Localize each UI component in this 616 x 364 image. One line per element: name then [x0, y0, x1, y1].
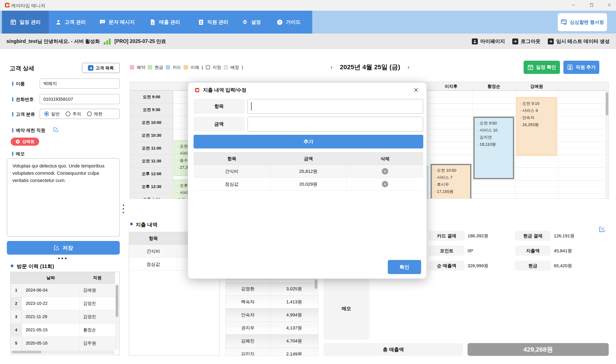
staff-name-cell: 백숙자: [226, 295, 270, 308]
staff-name-cell: 김민지: [226, 348, 270, 356]
staff-row[interactable]: 김영환3,025원: [226, 282, 318, 295]
class-radio-일반[interactable]: 일반: [44, 111, 60, 117]
browser-icon: [561, 19, 567, 26]
staff-row[interactable]: 권지우4,137원: [226, 322, 318, 335]
modal-add-button[interactable]: 추가: [193, 135, 423, 148]
visit-row-date[interactable]: 2024-06-04: [22, 284, 80, 297]
radio-icon: [66, 112, 70, 116]
staff-row[interactable]: 김혜진4,704원: [226, 335, 318, 348]
panel-resize-handle[interactable]: [123, 205, 124, 213]
class-radio-제한[interactable]: 제한: [87, 111, 102, 117]
memo-label: 메모: [12, 151, 25, 157]
customer-list-button[interactable]: ◀ 고객 목록: [82, 63, 120, 73]
name-input[interactable]: [40, 78, 120, 89]
visit-hscrollbar[interactable]: [11, 350, 115, 354]
nav-tab-5[interactable]: 직원 관리: [191, 11, 235, 34]
visit-row-date[interactable]: 2021-05-15: [22, 324, 80, 337]
visit-row-staff[interactable]: 김영진: [80, 310, 115, 324]
app-window: 케어타임 매니저 일정 관리고객 관리문자 메시지매출 관리직원 관리설정?가이…: [0, 0, 616, 364]
stat-value: 186,392원: [467, 231, 488, 241]
time-label: 오전 10:00: [130, 116, 173, 129]
employee-column-강예원[interactable]: 강예원: [515, 82, 558, 91]
stat-label-포인트: 포인트: [429, 246, 465, 256]
visit-row-date[interactable]: 2021-11-28: [22, 310, 80, 324]
legend-label: 배정: [231, 65, 239, 70]
visit-vscrollbar-thumb[interactable]: [116, 285, 118, 317]
restrict-edit-icon[interactable]: [53, 127, 59, 133]
employee-column-이지후[interactable]: 이지후: [430, 82, 472, 91]
status-link-2[interactable]: 로그아웃: [512, 38, 540, 45]
status-link-1[interactable]: 마이페이지: [472, 38, 505, 45]
minimize-button[interactable]: [571, 2, 576, 8]
visit-row-staff[interactable]: 김예원: [80, 284, 115, 297]
visit-row-staff[interactable]: 김영진: [80, 297, 115, 310]
employee-column-황정순[interactable]: 황정순: [472, 82, 515, 91]
modal-logo-icon: [195, 88, 200, 93]
phone-input[interactable]: [40, 94, 120, 104]
staff-row[interactable]: 안숙자4,994원: [226, 309, 318, 322]
visit-row-date[interactable]: 2023-10-22: [22, 297, 80, 310]
event-line: · 김지연: [477, 134, 510, 141]
nav-tab-7[interactable]: ?가이드: [270, 11, 307, 34]
stat-value: 65,420원: [554, 260, 572, 271]
time-label: 오전 9:30: [130, 104, 173, 116]
staff-row[interactable]: 김민지2,149원: [226, 348, 318, 356]
restricted-staff-chip[interactable]: 강예원: [11, 138, 39, 146]
visit-row-staff[interactable]: 황정순: [80, 324, 115, 337]
modal-close-icon[interactable]: [413, 87, 419, 93]
calendar-icon: [10, 19, 16, 26]
staff-row[interactable]: 백숙자1,413원: [226, 295, 318, 309]
stat-label-현금 결제: 현금 결제: [515, 231, 551, 241]
legend-paren-open: (: [202, 65, 203, 70]
maximize-button[interactable]: [589, 2, 594, 8]
modal-item-input[interactable]: [247, 99, 423, 114]
legend-swatch-예약: [130, 65, 134, 69]
visit-row-date[interactable]: 2020-05-16: [22, 337, 80, 350]
web-surfing-label: 심심할땐 웹서핑: [570, 19, 604, 26]
restrict-label: 예약 제한 직원: [12, 127, 45, 133]
radio-label: 주의: [72, 111, 81, 117]
nav-tab-3[interactable]: 문자 메시지: [93, 11, 141, 34]
calendar-scrollbar-thumb[interactable]: [606, 92, 608, 115]
memo-textarea[interactable]: Voluptas qui delectus quo. Unde temporib…: [7, 158, 120, 237]
customer-class-group: 일반주의제한: [40, 109, 120, 119]
event-line: · 16,293원: [520, 121, 553, 128]
modal-amount-input[interactable]: [247, 117, 423, 131]
summary-edit-icon[interactable]: [599, 226, 605, 234]
delete-row-button[interactable]: ✕: [382, 181, 388, 187]
stat-value: 45,841원: [554, 246, 572, 256]
nav-tab-label: 직원 관리: [207, 19, 228, 26]
status-link-3[interactable]: 임시 테스트 데이터 생성: [548, 38, 610, 45]
panel-more-dots[interactable]: [58, 258, 67, 259]
legend-swatch-지정: [206, 65, 210, 69]
customer-detail-title: 고객 상세: [10, 65, 34, 72]
legend-label: 이체: [191, 65, 199, 70]
next-day-button[interactable]: ›: [408, 64, 409, 70]
class-radio-주의[interactable]: 주의: [66, 111, 81, 117]
stat-value: 126,191원: [554, 231, 575, 241]
remove-icon[interactable]: [15, 139, 20, 144]
nav-tab-label: 고객 관리: [65, 19, 85, 26]
visit-vscrollbar[interactable]: [115, 284, 119, 350]
schedule-check-button[interactable]: 일정 확인: [524, 61, 560, 74]
event-line: · 서비스 9: [520, 107, 553, 114]
modal-confirm-button[interactable]: 확인: [388, 260, 421, 274]
staff-table-scrollbar-thumb[interactable]: [315, 279, 317, 289]
add-staff-button[interactable]: 직원 추가: [563, 61, 599, 74]
save-button[interactable]: 저장: [7, 241, 120, 255]
schedule-event[interactable]: · 오전 9:10· 서비스 9· 안숙자· 16,293원: [516, 97, 557, 156]
nav-tab-4[interactable]: 매출 관리: [143, 11, 187, 34]
close-button[interactable]: [607, 2, 612, 8]
calendar-scrollbar[interactable]: [605, 91, 609, 199]
nav-tab-2[interactable]: 고객 관리: [53, 11, 88, 34]
delete-row-button[interactable]: ✕: [382, 168, 388, 175]
status-link-label: 임시 테스트 데이터 생성: [556, 38, 610, 45]
schedule-event[interactable]: · 오전 9:50· 서비스 10· 김지연· 18,110원: [473, 117, 514, 179]
prev-day-button[interactable]: ‹: [331, 64, 333, 70]
nav-tab-6[interactable]: 설정: [236, 11, 266, 34]
visit-hscrollbar-thumb[interactable]: [12, 351, 41, 353]
visit-row-staff[interactable]: 김주원: [80, 337, 115, 350]
nav-tab-1[interactable]: 일정 관리: [2, 11, 49, 34]
schedule-event[interactable]: · 오전 10:50· 서비스 7· 류시우· 17,155원: [431, 164, 471, 199]
web-surfing-button[interactable]: 심심할땐 웹서핑: [558, 13, 607, 31]
